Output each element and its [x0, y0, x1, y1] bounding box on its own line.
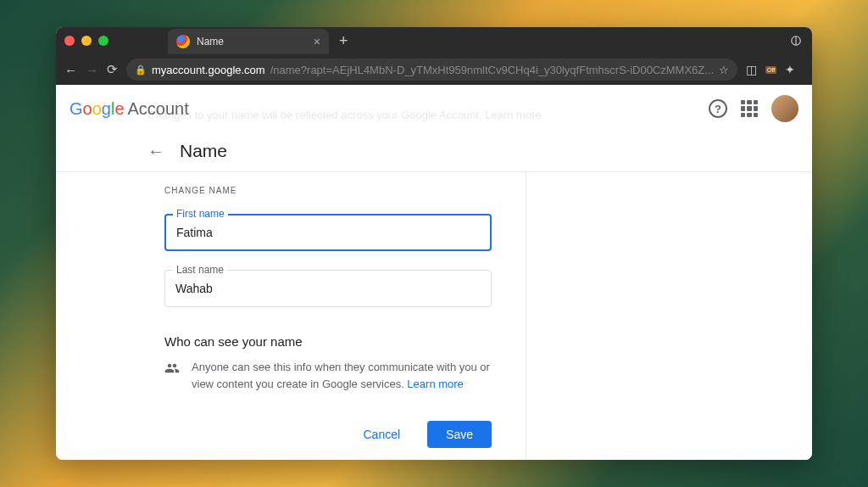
url-input[interactable]: 🔒 myaccount.google.com/name?rapt=AEjHL4M…	[126, 59, 737, 81]
window-minimize-button[interactable]	[81, 36, 92, 46]
page-header: ← Name	[56, 132, 812, 172]
help-icon[interactable]: ?	[709, 99, 727, 118]
url-path: /name?rapt=AEjHL4MbN-D_yTMxHt959nmltCv9C…	[270, 64, 714, 76]
last-name-label: Last name	[173, 264, 227, 276]
logo-account-text: Account	[128, 99, 189, 119]
action-buttons: Cancel Save	[164, 421, 492, 448]
window-titlebar: Name × +	[56, 27, 812, 54]
browser-window: Name × + ← → ⟳ 🔒 myaccount.google.com/na…	[56, 27, 812, 460]
back-arrow-icon[interactable]: ←	[147, 142, 164, 161]
cancel-button[interactable]: Cancel	[344, 421, 419, 448]
url-domain: myaccount.google.com	[152, 64, 265, 76]
traffic-lights	[64, 36, 108, 46]
lock-icon: 🔒	[135, 64, 147, 76]
apps-grid-icon[interactable]	[741, 100, 758, 117]
bookmark-star-icon[interactable]: ☆	[719, 64, 729, 76]
visibility-title: Who can see your name	[164, 334, 492, 349]
browser-tab[interactable]: Name ×	[168, 29, 329, 54]
page-content: Changes to your name will be reflected a…	[56, 85, 812, 460]
people-icon	[164, 361, 180, 379]
tab-close-icon[interactable]: ×	[314, 35, 320, 48]
reading-list-icon[interactable]: ◫	[746, 62, 757, 77]
nav-reload-button[interactable]: ⟳	[107, 62, 118, 77]
first-name-label: First name	[173, 208, 228, 220]
tab-title: Name	[197, 36, 314, 48]
change-name-label: CHANGE NAME	[164, 186, 492, 195]
new-tab-button[interactable]: +	[339, 32, 348, 50]
extension-off-badge[interactable]: Off	[765, 62, 776, 77]
extensions-icon[interactable]: ✦	[785, 62, 795, 77]
google-account-logo[interactable]: Google Account	[70, 99, 189, 119]
visibility-text: Anyone can see this info when they commu…	[192, 359, 492, 392]
nav-back-button[interactable]: ←	[64, 63, 77, 77]
tab-menu-icon[interactable]	[788, 33, 804, 48]
learn-more-link[interactable]: Learn more	[407, 378, 463, 390]
tab-favicon	[176, 35, 190, 48]
window-close-button[interactable]	[64, 36, 75, 46]
first-name-field: First name	[164, 214, 492, 251]
window-maximize-button[interactable]	[98, 36, 108, 46]
visibility-section: Who can see your name Anyone can see thi…	[164, 334, 492, 392]
address-bar: ← → ⟳ 🔒 myaccount.google.com/name?rapt=A…	[56, 54, 812, 85]
name-panel: CHANGE NAME First name Last name Who can…	[147, 172, 526, 460]
save-button[interactable]: Save	[427, 421, 492, 448]
app-header: Google Account ?	[56, 85, 812, 132]
nav-forward-button[interactable]: →	[86, 63, 98, 77]
page-title: Name	[180, 141, 227, 161]
account-avatar[interactable]	[771, 95, 798, 122]
last-name-field: Last name	[164, 270, 492, 307]
